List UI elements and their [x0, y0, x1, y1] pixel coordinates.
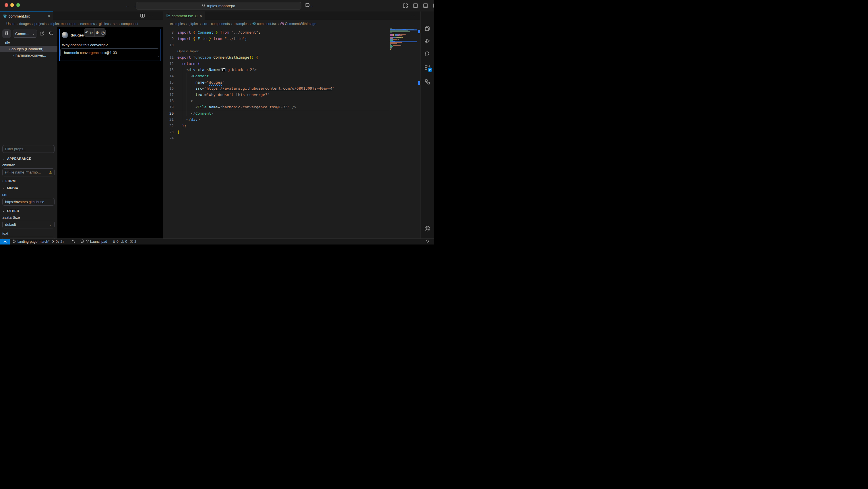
more-actions-icon[interactable]: ···: [411, 13, 415, 18]
code-line[interactable]: 9import { File } from "../file";: [163, 36, 390, 42]
minimap-segment: [391, 35, 393, 36]
breadcrumb-item[interactable]: douges: [19, 22, 30, 26]
filter-props-input[interactable]: [2, 145, 55, 153]
breadcrumb-item[interactable]: triplex-monorepo: [51, 22, 76, 26]
search-icon: [202, 4, 206, 8]
notifications-item[interactable]: [425, 239, 429, 244]
breadcrumb-symbol-item[interactable]: CommentWithImage: [280, 22, 316, 26]
code-line[interactable]: 22 );: [163, 123, 390, 129]
breadcrumb-item[interactable]: examples: [170, 22, 185, 26]
code-line[interactable]: 15 name="douges": [163, 79, 390, 85]
preview-canvas[interactable]: douges Why doesn't this converge? harmon…: [57, 27, 163, 238]
tree-row[interactable]: ›douges (Comment): [0, 46, 57, 52]
search-icon[interactable]: [49, 31, 53, 37]
breadcrumb-file-item[interactable]: comment.tsx: [252, 22, 276, 26]
close-tab-icon[interactable]: ×: [48, 14, 50, 19]
code-line[interactable]: 19 <File name="harmonic-convergence.tsx@…: [163, 104, 390, 110]
tab-comment-tsx-left[interactable]: comment.tsx ×: [0, 11, 53, 20]
code-line[interactable]: 13 <div className="bg-black p-2">: [163, 67, 390, 73]
src-input[interactable]: [2, 198, 55, 206]
code-line[interactable]: 16 src="https://avatars.githubuserconten…: [163, 85, 390, 92]
section-form[interactable]: › FORM: [2, 179, 16, 183]
code-line[interactable]: 21 </div>: [163, 116, 390, 123]
sync-incoming: 0↓: [56, 240, 59, 243]
tab-comment-tsx-right[interactable]: comment.tsx U ×: [163, 11, 205, 20]
selected-component-outline[interactable]: douges Why doesn't this converge? harmon…: [59, 29, 160, 61]
launchpad-item[interactable]: Launchpad: [81, 239, 107, 244]
line-number: 21: [163, 117, 174, 121]
close-tab-icon[interactable]: ×: [200, 13, 202, 18]
codelens-link[interactable]: Open in Triplex: [177, 50, 198, 53]
breadcrumb-item[interactable]: Users: [6, 22, 15, 26]
commit-graph-item[interactable]: [72, 239, 75, 244]
explorer-icon[interactable]: [424, 25, 431, 32]
avatarsize-select[interactable]: default ⌄: [2, 221, 55, 228]
breadcrumb-item[interactable]: src: [113, 22, 117, 26]
split-editor-icon[interactable]: [141, 13, 145, 19]
code-line[interactable]: 18 >: [163, 98, 390, 104]
breadcrumb-item[interactable]: gitplex: [189, 22, 198, 26]
account-icon[interactable]: [424, 226, 431, 232]
minimap-segment: [391, 34, 393, 35]
code-token: />: [290, 105, 296, 109]
tree-row[interactable]: ›harmonic-conver...: [0, 52, 57, 58]
toggle-primary-sidebar-icon[interactable]: [413, 3, 418, 8]
git-sync-item[interactable]: ⟳ 0↓ 2↑: [52, 239, 64, 244]
more-actions-icon[interactable]: ···: [149, 13, 153, 19]
section-media[interactable]: ⌄ MEDIA: [2, 186, 19, 190]
customize-layout-icon[interactable]: [403, 3, 408, 8]
breadcrumb-item[interactable]: component: [121, 22, 138, 26]
breadcrumb-item[interactable]: examples: [234, 22, 248, 26]
chevron-right-icon[interactable]: ›: [7, 47, 11, 51]
gear-icon[interactable]: ⚙: [95, 30, 100, 35]
section-appearance[interactable]: ⌄ APPEARANCE: [2, 156, 31, 160]
code-token: douges: [209, 80, 222, 84]
chevron-right-icon[interactable]: ›: [11, 53, 16, 57]
history-back-button[interactable]: ←: [125, 3, 131, 8]
code-text: <Comment: [177, 74, 209, 78]
line-number: 13: [163, 67, 174, 72]
copilot-menu[interactable]: ⌄: [305, 3, 313, 8]
code-line[interactable]: 11export function CommentWithImage() {: [163, 54, 390, 61]
remote-indicator[interactable]: ><: [0, 239, 10, 244]
file-chip[interactable]: harmonic-convergence.tsx@1-33: [60, 48, 159, 57]
tree-row[interactable]: div: [0, 39, 57, 46]
children-input[interactable]: {<File name="harmo... ⚠: [2, 168, 55, 176]
breadcrumb-item[interactable]: examples: [80, 22, 95, 26]
close-window-button[interactable]: [5, 3, 8, 7]
search-icon[interactable]: [424, 51, 431, 57]
minimap[interactable]: [390, 27, 417, 238]
code-line[interactable]: 12 return (: [163, 60, 390, 67]
breadcrumb-item[interactable]: components: [211, 22, 229, 26]
toggle-secondary-sidebar-icon[interactable]: [433, 3, 434, 8]
extensions-icon[interactable]: 2: [424, 64, 431, 71]
code-line[interactable]: 17 text="Why doesn't this converge?": [163, 92, 390, 98]
code-line[interactable]: 8import { Comment } from "../comment";: [163, 29, 390, 36]
maximize-window-button[interactable]: [17, 3, 20, 7]
hierarchy-icon[interactable]: [424, 79, 431, 85]
command-center-search[interactable]: triplex-monorepo: [136, 2, 301, 9]
play-icon[interactable]: ▷: [89, 30, 94, 35]
code-line[interactable]: 24: [163, 135, 390, 141]
problems-item[interactable]: ⊗ 0 ⚠ 0 ⓘ 2: [113, 239, 136, 244]
help-icon[interactable]: ?: [100, 30, 105, 35]
minimap-segment: [393, 37, 396, 38]
git-branch-item[interactable]: landing-page-march*: [13, 239, 50, 244]
breadcrumb-item[interactable]: projects: [34, 22, 46, 26]
undo-icon[interactable]: ↶: [84, 30, 89, 35]
section-other[interactable]: ⌄ OTHER: [2, 209, 19, 212]
breadcrumb-item[interactable]: gitplex: [99, 22, 109, 26]
layers-button[interactable]: [2, 29, 11, 38]
branch-name: landing-page-march*: [18, 240, 50, 243]
run-debug-icon[interactable]: [424, 38, 431, 44]
code-editor[interactable]: 8import { Comment } from "../comment";9i…: [163, 27, 420, 238]
breadcrumb-item[interactable]: src: [203, 22, 207, 26]
toggle-panel-icon[interactable]: [423, 3, 428, 8]
new-component-icon[interactable]: [40, 31, 44, 37]
minimize-window-button[interactable]: [10, 3, 14, 7]
code-line[interactable]: 14 <Comment: [163, 73, 390, 79]
tab-label: comment.tsx: [172, 14, 193, 18]
code-line[interactable]: 10: [163, 42, 390, 48]
component-select[interactable]: Comm... ⌄: [12, 30, 37, 38]
code-line[interactable]: 23}: [163, 129, 390, 135]
